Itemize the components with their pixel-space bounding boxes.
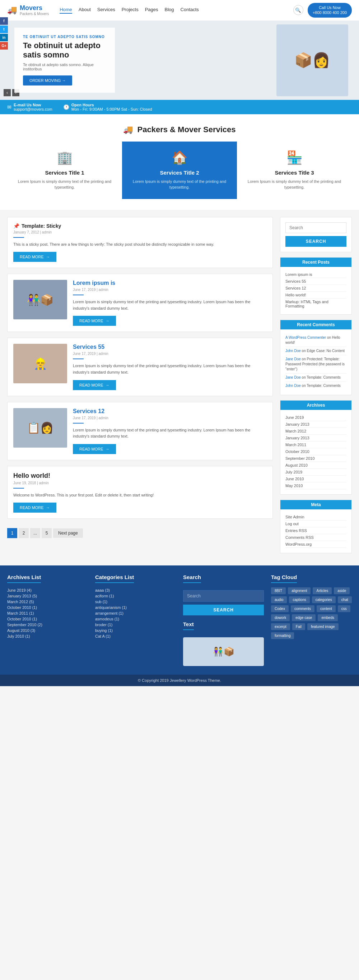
nav-services[interactable]: Services [97,7,115,14]
lorem-read-more-button[interactable]: READ MORE [73,316,116,326]
tag-8bit[interactable]: 8BIT [271,587,286,594]
page-2-button[interactable]: 2 [19,528,29,538]
tag-featured-image[interactable]: featured image [307,623,338,630]
footer-archives-list: June 2019 (4) January 2013 (5) March 201… [7,587,88,639]
service-title-1: Services Title 1 [13,170,116,176]
phone-button[interactable]: Call Us Now +800 8000 400 200 [308,3,352,18]
footer-archive-8[interactable]: July 2010 (1) [7,633,88,639]
recent-post-3[interactable]: Hello world! [285,292,346,299]
hero-cta-button[interactable]: ORDER MOVING → [23,75,72,86]
services55-read-more-button[interactable]: READ MORE [73,380,116,390]
recent-post-4[interactable]: Markup: HTML Tags and Formatting [285,299,346,309]
comment-author-3[interactable]: Jane Doe [285,375,301,379]
post-title-lorem[interactable]: Lorem ipsum is [73,280,267,286]
comment-author-1[interactable]: John Doe [285,349,301,353]
page-1-button[interactable]: 1 [7,528,17,538]
search-icon-button[interactable]: 🔍 [293,5,303,15]
meta-link-2[interactable]: Entries RSS [285,527,346,534]
tag-content[interactable]: content [317,605,336,612]
nav-home[interactable]: Home [60,7,72,14]
tag-categories[interactable]: categories [312,597,336,603]
archive-link-8[interactable]: July 2019 [285,469,346,476]
tag-fail[interactable]: Fail [292,623,305,630]
meta-link-1[interactable]: Log out [285,520,346,527]
social-twitter[interactable]: t [0,25,8,33]
nav-blog[interactable]: Blog [165,7,174,14]
social-googleplus[interactable]: G+ [0,42,8,49]
nav-pages[interactable]: Pages [145,7,158,14]
meta-link-0[interactable]: Site Admin [285,514,346,520]
footer-cat-2[interactable]: sub (1) [95,599,176,605]
hero-prev-button[interactable]: ‹ [3,89,11,96]
footer-cat-7[interactable]: buying (1) [95,628,176,633]
page-5-button[interactable]: 5 [42,528,52,538]
footer-cat-6[interactable]: broder (1) [95,622,176,628]
archive-link-4[interactable]: March 2011 [285,442,346,448]
footer-archive-5[interactable]: October 2010 (1) [7,616,88,622]
tag-comments[interactable]: comments [291,605,315,612]
footer-archive-6[interactable]: September 2010 (2) [7,622,88,628]
recent-post-2[interactable]: Services 12 [285,285,346,292]
post-title-services12[interactable]: Services 12 [73,408,267,415]
social-facebook[interactable]: f [0,17,8,25]
footer-cat-8[interactable]: Cat A (1) [95,633,176,639]
tag-formatting[interactable]: formatting [271,632,294,639]
footer-archive-7[interactable]: August 2010 (3) [7,628,88,633]
sidebar-search-input[interactable] [285,223,346,233]
tag-codex[interactable]: Codex [271,605,289,612]
footer-archive-1[interactable]: January 2013 (5) [7,593,88,599]
footer-archive-2[interactable]: March 2012 (5) [7,599,88,605]
footer-cat-3[interactable]: antiquarianism (1) [95,605,176,610]
footer-cat-4[interactable]: arrangement (1) [95,610,176,616]
hero-title: Te obtinuit ut adepto satis somno [23,41,106,60]
nav-contacts[interactable]: Contacts [181,7,199,14]
tag-dowork[interactable]: dowork [271,614,290,621]
footer-cat-5[interactable]: asmodeus (1) [95,616,176,622]
next-page-button[interactable]: Next page [53,528,83,538]
tag-css[interactable]: css [338,605,350,612]
meta-link-4[interactable]: WordPress.org [285,541,346,548]
nav-about[interactable]: About [79,7,91,14]
recent-post-1[interactable]: Services 55 [285,278,346,285]
footer-cat-1[interactable]: aciform (1) [95,593,176,599]
meta-link-3[interactable]: Comments RSS [285,534,346,541]
nav-projects[interactable]: Projects [122,7,138,14]
comment-author-0[interactable]: A WordPress Commenter [285,336,326,339]
tag-articles[interactable]: Articles [313,587,332,594]
archive-link-6[interactable]: September 2010 [285,455,346,462]
page-ellipsis-button[interactable]: ... [30,528,40,538]
sticky-read-more-button[interactable]: READ MORE [13,252,56,262]
sidebar-search-button[interactable]: SEARCH [285,236,346,247]
archive-link-1[interactable]: January 2013 [285,421,346,428]
archive-link-2[interactable]: March 2012 [285,428,346,435]
footer-archive-3[interactable]: October 2010 (1) [7,605,88,610]
archive-link-0[interactable]: June 2019 [285,414,346,421]
footer-cat-0[interactable]: aaaa (3) [95,587,176,593]
tag-audio[interactable]: audio [271,597,287,603]
tag-edge-case[interactable]: edge case [292,614,316,621]
social-linkedin[interactable]: in [0,34,8,41]
services12-read-more-button[interactable]: READ MORE [73,444,116,454]
archive-link-5[interactable]: October 2010 [285,448,346,455]
tag-aside[interactable]: aside [334,587,349,594]
recent-post-0[interactable]: Lorem ipsum is [285,271,346,278]
footer-search-input[interactable] [183,590,264,602]
tag-excerpt[interactable]: excerpt [271,623,290,630]
archives-widget: Archives June 2019 January 2013 March 20… [280,400,352,495]
footer-archive-0[interactable]: June 2019 (4) [7,587,88,593]
comment-author-2[interactable]: Jane Doe [285,357,301,361]
archive-link-9[interactable]: June 2010 [285,476,346,482]
archive-link-7[interactable]: August 2010 [285,462,346,469]
tag-alignment[interactable]: alignment [288,587,311,594]
footer-search-button[interactable]: SEARCH [183,605,264,616]
post-title-services55[interactable]: Services 55 [73,344,267,350]
sticky-post: 📌 Template: Sticky January 7, 2012 | adm… [7,217,273,268]
archive-link-3[interactable]: January 2013 [285,435,346,442]
tag-captions[interactable]: captions [289,597,310,603]
hello-read-more-button[interactable]: READ MORE [13,503,56,512]
footer-archive-4[interactable]: March 2011 (1) [7,610,88,616]
tag-chat[interactable]: chat [338,597,352,603]
comment-author-4[interactable]: John Doe [285,383,301,388]
archive-link-10[interactable]: May 2010 [285,482,346,489]
tag-embeds[interactable]: embeds [318,614,338,621]
